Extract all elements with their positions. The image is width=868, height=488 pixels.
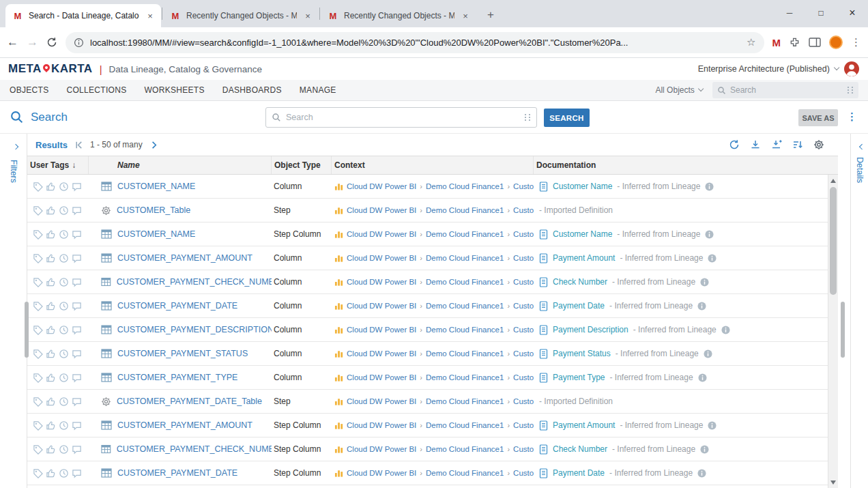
table-row[interactable]: CUSTOMER_PAYMENT_DATE Column Cloud DW Po… (27, 294, 838, 318)
omnibox[interactable]: localhost:19980/MM/#view=search&configId… (66, 32, 764, 53)
info-icon[interactable] (705, 230, 714, 239)
bookmark-star-icon[interactable]: ☆ (747, 36, 755, 48)
context-crumb-link[interactable]: Cloud DW Power BI (347, 397, 416, 405)
column-header-documentation[interactable]: Documentation (534, 156, 827, 174)
refresh-icon[interactable] (729, 139, 740, 150)
tag-icon[interactable] (33, 349, 43, 359)
object-name-link[interactable]: CUSTOMER_Table (117, 205, 190, 215)
context-crumb-link[interactable]: Demo Cloud Finance1 (426, 445, 504, 453)
new-tab-button[interactable]: + (482, 6, 500, 24)
scope-selector[interactable]: All Objects (655, 85, 703, 95)
back-icon[interactable]: ← (7, 35, 18, 49)
context-crumb-link[interactable]: Cloud DW Power BI (347, 373, 416, 382)
info-icon[interactable] (704, 349, 712, 358)
user-avatar[interactable] (843, 61, 860, 77)
thumbs-up-icon[interactable] (46, 205, 56, 216)
configuration-selector[interactable]: Enterprise Architecture (Published) (698, 61, 860, 77)
context-crumb-link[interactable]: Cloud DW Power BI (347, 326, 416, 334)
object-name-link[interactable]: CUSTOMER_PAYMENT_DESCRIPTION (117, 325, 272, 334)
thumbs-up-icon[interactable] (46, 397, 56, 407)
context-crumb-link[interactable]: Cloud DW Power BI (347, 469, 416, 477)
sort-icon[interactable] (792, 139, 803, 150)
object-name-link[interactable]: CUSTOMER_PAYMENT_CHECK_NUMBER (117, 444, 272, 454)
documentation-link[interactable]: Check Number (553, 444, 607, 454)
object-name-link[interactable]: CUSTOMER_PAYMENT_AMOUNT (117, 253, 252, 263)
thumbs-up-icon[interactable] (46, 277, 56, 287)
nav-item-manage[interactable]: MANAGE (300, 85, 336, 95)
tab-close-icon[interactable]: × (460, 10, 471, 21)
filters-panel-collapsed[interactable]: Filters (0, 134, 27, 488)
object-name-link[interactable]: CUSTOMER_PAYMENT_DATE (117, 301, 237, 311)
settings-gear-icon[interactable] (813, 139, 824, 150)
thumbs-up-icon[interactable] (46, 349, 56, 359)
object-name-link[interactable]: CUSTOMER_PAYMENT_CHECK_NUMBER (117, 277, 272, 287)
comment-icon[interactable] (72, 397, 82, 407)
forward-icon[interactable]: → (27, 35, 38, 49)
scrollbar-down-arrow-icon[interactable] (828, 477, 838, 487)
nav-item-dashboards[interactable]: DASHBOARDS (222, 85, 282, 95)
nav-item-collections[interactable]: COLLECTIONS (66, 85, 126, 95)
next-page-icon[interactable] (149, 140, 159, 150)
metakarta-extension-icon[interactable]: M (772, 37, 781, 48)
history-clock-icon[interactable] (59, 205, 69, 216)
nav-item-worksheets[interactable]: WORKSHEETS (144, 85, 204, 95)
tag-icon[interactable] (33, 397, 43, 407)
object-name-link[interactable]: CUSTOMER_NAME (117, 182, 195, 191)
history-clock-icon[interactable] (59, 373, 69, 383)
history-clock-icon[interactable] (59, 349, 69, 359)
save-as-button[interactable]: SAVE AS (798, 109, 838, 126)
thumbs-up-icon[interactable] (46, 420, 56, 431)
context-crumb-link[interactable]: Cloud DW Power BI (347, 206, 416, 214)
tag-icon[interactable] (33, 301, 43, 311)
documentation-link[interactable]: Customer Name (553, 229, 612, 239)
history-clock-icon[interactable] (59, 229, 69, 240)
documentation-link[interactable]: Payment Amount (553, 420, 615, 430)
context-crumb-link[interactable]: Customer (513, 254, 534, 262)
thumbs-up-icon[interactable] (46, 182, 56, 192)
history-clock-icon[interactable] (59, 444, 69, 455)
info-icon[interactable] (721, 326, 730, 334)
table-row[interactable]: CUSTOMER_PAYMENT_DESCRIPTION Step Column… (27, 485, 838, 488)
comment-icon[interactable] (72, 182, 82, 192)
context-crumb-link[interactable]: Demo Cloud Finance1 (426, 278, 504, 286)
comment-icon[interactable] (72, 444, 82, 455)
documentation-link[interactable]: Customer Name (553, 182, 612, 191)
info-icon[interactable] (697, 302, 706, 311)
comment-icon[interactable] (72, 205, 82, 216)
comment-icon[interactable] (72, 325, 82, 335)
object-name-link[interactable]: CUSTOMER_PAYMENT_DATE_Table (117, 397, 262, 406)
table-row[interactable]: CUSTOMER_PAYMENT_CHECK_NUMBER Step Colum… (27, 437, 838, 461)
context-crumb-link[interactable]: Demo Cloud Finance1 (426, 230, 504, 238)
table-row[interactable]: CUSTOMER_PAYMENT_DATE Step Column Cloud … (27, 461, 838, 485)
context-crumb-link[interactable]: Demo Cloud Finance1 (426, 373, 504, 382)
object-name-link[interactable]: CUSTOMER_NAME (117, 229, 195, 239)
info-icon[interactable] (708, 254, 717, 263)
tag-icon[interactable] (33, 420, 43, 431)
comment-icon[interactable] (72, 301, 82, 311)
filters-panel-label[interactable]: Filters (9, 160, 18, 183)
first-page-icon[interactable] (74, 140, 84, 150)
info-icon[interactable] (700, 445, 709, 454)
comment-icon[interactable] (72, 277, 82, 287)
context-crumb-link[interactable]: Demo Cloud Finance1 (426, 302, 504, 310)
tag-icon[interactable] (33, 182, 43, 192)
context-crumb-link[interactable]: Customer (513, 182, 534, 190)
column-header-name[interactable]: Name (89, 156, 272, 174)
history-clock-icon[interactable] (59, 301, 69, 311)
documentation-link[interactable]: Payment Type (553, 373, 605, 382)
import-icon[interactable] (771, 139, 782, 150)
thumbs-up-icon[interactable] (46, 325, 56, 335)
column-header-user-tags[interactable]: User Tags ↓ (27, 156, 89, 174)
context-crumb-link[interactable]: Customer (513, 326, 534, 334)
download-icon[interactable] (750, 139, 761, 150)
thumbs-up-icon[interactable] (46, 373, 56, 383)
table-row[interactable]: CUSTOMER_NAME Step Column Cloud DW Power… (27, 223, 838, 246)
browser-tab-3[interactable]: M Recently Changed Objects - Me... × (321, 4, 476, 27)
context-crumb-link[interactable]: Demo Cloud Finance1 (426, 254, 504, 262)
info-icon[interactable] (705, 182, 714, 191)
object-name-link[interactable]: CUSTOMER_PAYMENT_TYPE (117, 373, 237, 382)
tag-icon[interactable] (33, 277, 43, 287)
table-row[interactable]: CUSTOMER_PAYMENT_AMOUNT Step Column Clou… (27, 414, 838, 437)
thumbs-up-icon[interactable] (46, 229, 56, 240)
browser-profile-avatar[interactable] (829, 35, 843, 49)
